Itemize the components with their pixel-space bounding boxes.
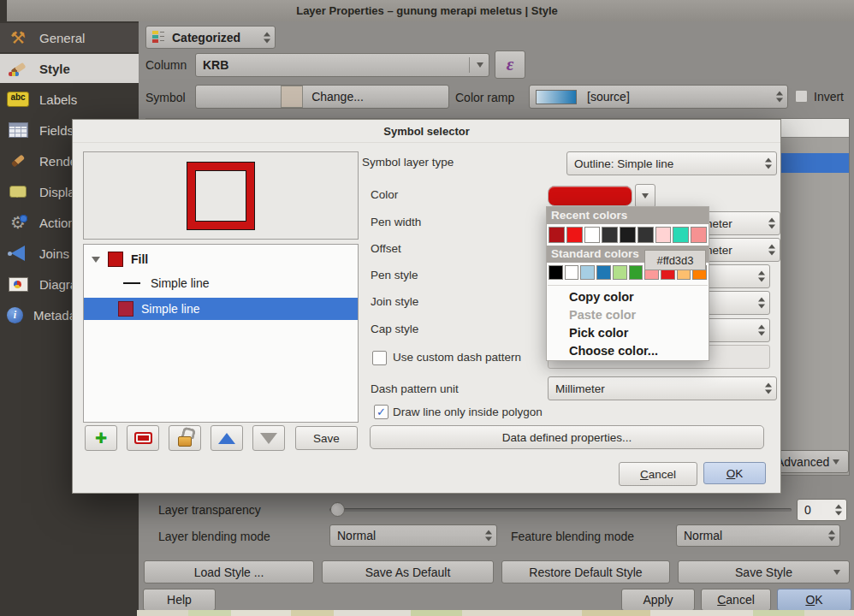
lock-color-button[interactable]: [169, 425, 201, 451]
color-ramp-value: [source]: [587, 90, 630, 104]
color-swatch[interactable]: [638, 227, 654, 243]
column-label: Column: [145, 53, 187, 77]
add-symbol-layer-button[interactable]: [85, 425, 117, 451]
dash-pattern-unit-combo[interactable]: Millimeter: [548, 376, 777, 400]
custom-dash-label: Use custom dash pattern: [393, 351, 521, 364]
data-defined-properties-button[interactable]: Data defined properties...: [370, 425, 764, 449]
expand-triangle-icon[interactable]: [92, 257, 100, 263]
remove-symbol-layer-button[interactable]: [127, 425, 159, 451]
info-icon: i: [7, 307, 23, 323]
sidebar-item-label: Diagra: [39, 277, 77, 292]
color-swatch[interactable]: [655, 227, 672, 243]
sidebar-item-general[interactable]: General: [0, 23, 139, 52]
apply-button[interactable]: Apply: [621, 589, 695, 611]
move-down-button[interactable]: [252, 425, 285, 451]
save-symbol-button[interactable]: Save: [295, 426, 358, 450]
restore-default-style-button[interactable]: Restore Default Style: [501, 560, 670, 583]
menu-item-choose-color[interactable]: Choose color...: [547, 342, 709, 360]
save-style-button[interactable]: Save Style: [678, 560, 850, 583]
color-swatch[interactable]: [691, 227, 707, 243]
sidebar-item-label: General: [39, 31, 85, 45]
dialog-title: Symbol selector: [73, 120, 780, 143]
menu-item-pick-color[interactable]: Pick color: [547, 324, 709, 342]
dialog-ok-button[interactable]: OK: [703, 462, 766, 484]
symbol-change-button[interactable]: Change...: [195, 85, 449, 109]
color-swatch[interactable]: [602, 227, 618, 243]
diagram-icon: [7, 273, 29, 295]
invert-label: Invert: [814, 89, 844, 104]
help-button[interactable]: Help: [143, 589, 216, 611]
color-swatch[interactable]: [629, 265, 643, 280]
sidebar-item-style[interactable]: Style: [0, 54, 139, 83]
tree-row-simple-line-1[interactable]: Simple line: [84, 272, 358, 294]
symbol-preview-box: [83, 151, 359, 240]
sidebar-item-label: Metada: [33, 308, 76, 323]
join-arrow-icon: [7, 242, 29, 264]
move-up-button[interactable]: [211, 425, 243, 451]
sidebar-item-labels[interactable]: abc Labels: [0, 85, 139, 114]
symbol-change-label: Change...: [311, 90, 364, 104]
column-value: KRB: [203, 58, 228, 72]
fill-color-swatch: [108, 252, 123, 267]
invert-checkbox[interactable]: [795, 90, 808, 103]
slider-handle[interactable]: [330, 502, 345, 517]
renderer-type-value: Categorized: [172, 31, 240, 44]
expression-builder-button[interactable]: ε: [495, 50, 525, 79]
layer-properties-window: Layer Properties – gunung merapi meletus…: [0, 0, 854, 616]
cap-style-label: Cap style: [371, 323, 418, 335]
color-swatch[interactable]: [549, 265, 563, 280]
load-style-button[interactable]: Load Style ...: [144, 560, 314, 583]
draw-inside-checkbox[interactable]: ✓: [374, 405, 388, 419]
offset-label: Offset: [371, 242, 401, 255]
color-swatch[interactable]: [596, 265, 611, 280]
transparency-spinbox[interactable]: 0: [797, 499, 847, 521]
spinner-arrows-icon: [758, 271, 765, 282]
pen-width-label: Pen width: [371, 216, 421, 228]
chevron-down-icon: [833, 459, 839, 465]
color-dropdown-button[interactable]: [635, 184, 655, 208]
advanced-label: Advanced: [776, 455, 829, 469]
dialog-cancel-button[interactable]: Cancel: [619, 462, 697, 486]
color-swatch[interactable]: [549, 227, 565, 243]
custom-dash-checkbox[interactable]: [372, 351, 387, 365]
chevron-down-icon: [642, 193, 649, 198]
color-swatch[interactable]: [673, 227, 689, 243]
line-icon: [123, 282, 140, 284]
gear-play-icon: [7, 211, 29, 234]
color-swatch[interactable]: [565, 265, 579, 280]
spinner-arrows-icon: [765, 383, 772, 394]
color-swatch[interactable]: [580, 265, 595, 280]
feature-blending-label: Feature blending mode: [511, 527, 634, 546]
color-swatch-button[interactable]: [548, 186, 632, 206]
layer-blending-combo[interactable]: Normal: [329, 524, 497, 547]
chevron-down-icon: [477, 62, 483, 68]
menu-item-copy-color[interactable]: Copy color: [547, 288, 709, 306]
color-swatch[interactable]: [584, 227, 601, 243]
tree-row-fill[interactable]: Fill: [84, 248, 358, 270]
tree-row-simple-line-2[interactable]: Simple line: [84, 298, 358, 320]
symbol-preview-red-outline: [187, 163, 254, 229]
color-swatch[interactable]: [620, 227, 636, 243]
cancel-button[interactable]: Cancel: [701, 589, 771, 611]
spinner-arrows-icon: [758, 298, 765, 309]
renderer-type-combo[interactable]: Categorized: [145, 26, 276, 49]
color-ramp-combo[interactable]: [source]: [529, 85, 788, 109]
symbol-layer-type-combo[interactable]: Outline: Simple line: [566, 151, 777, 175]
color-ramp-gradient-swatch: [536, 90, 577, 104]
spinner-arrows-icon: [758, 325, 765, 336]
ok-button[interactable]: OK: [777, 589, 851, 611]
transparency-slider[interactable]: [329, 501, 792, 518]
color-swatch[interactable]: [566, 227, 583, 243]
titlebar-edge: [0, 0, 7, 21]
spinner-arrows-icon: [485, 530, 492, 542]
paintbrush-icon: [7, 57, 29, 80]
recent-colors-row: [547, 224, 709, 246]
feature-blending-combo[interactable]: Normal: [676, 524, 840, 547]
color-swatch[interactable]: [613, 265, 627, 280]
tools-icon: [7, 27, 29, 49]
column-combo[interactable]: KRB: [195, 53, 489, 77]
save-as-default-button[interactable]: Save As Default: [322, 560, 494, 583]
speech-bubble-icon: [7, 181, 29, 203]
symbol-preview-swatch: [281, 86, 303, 108]
spinner-arrows-icon: [828, 530, 835, 542]
